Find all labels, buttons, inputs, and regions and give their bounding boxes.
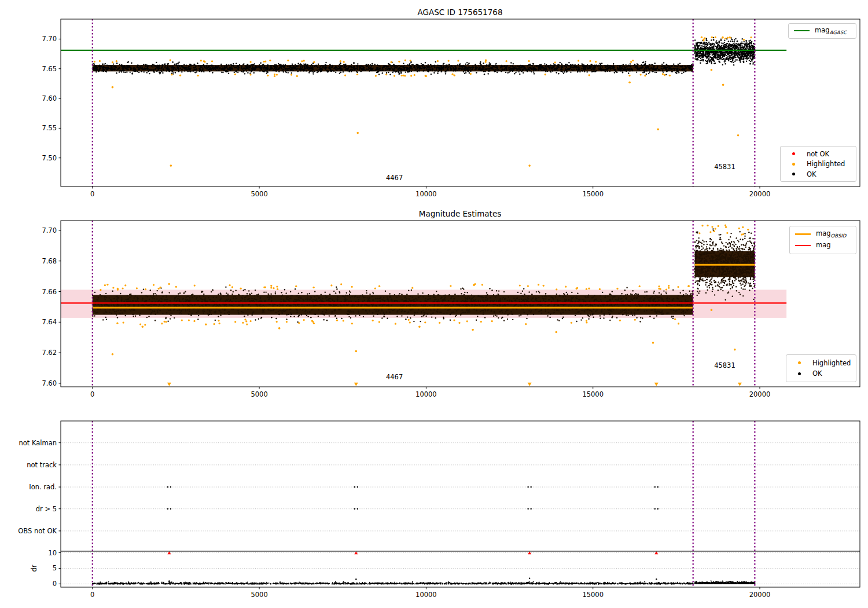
ok-marker-wrap-2 <box>792 372 807 375</box>
legend-item-mag-agasc: magAGASC <box>794 26 851 35</box>
plot3-gridlines <box>61 443 860 584</box>
y-tick-label: 7.68 <box>42 257 57 265</box>
x-tick-label: 10000 <box>415 591 437 599</box>
x-tick-label: 20000 <box>749 190 771 198</box>
legend-item-not-ok: not OK <box>786 150 851 158</box>
x-tick-label: 10000 <box>415 390 437 398</box>
flag-row-label: not Kalman <box>19 439 57 447</box>
mag-agasc-line-swatch <box>794 30 810 31</box>
legend-label-mag-agasc: magAGASC <box>815 26 847 35</box>
flag-event-points <box>167 486 659 582</box>
legend-label-highlighted: Highlighted <box>807 160 845 168</box>
legend-mag-lines: magOBSID mag <box>789 226 856 254</box>
dr-tick-label: 0 <box>53 580 57 588</box>
flag-row-label: not track <box>27 461 57 469</box>
flag-row-label: OBS not OK <box>18 527 57 535</box>
y-tick-label: 7.70 <box>42 226 57 235</box>
flag-row-label: Ion. rad. <box>29 483 57 491</box>
legend-item-ok-2: OK <box>792 369 851 378</box>
plot1: 050001000015000200007.507.557.607.657.70… <box>42 19 860 198</box>
x-tick-label: 0 <box>90 591 94 599</box>
not-ok-marker-icon <box>792 152 795 155</box>
plot1-highlighted-points <box>94 36 752 167</box>
x-tick-label: 15000 <box>582 190 604 198</box>
y-tick-label: 7.66 <box>42 288 57 296</box>
obsid-count-annotation: 4467 <box>386 373 403 381</box>
y-tick-label: 7.50 <box>42 154 57 162</box>
obsid-count-annotation: 4467 <box>386 174 403 182</box>
legend-status-top: not OK Highlighted OK <box>780 146 856 182</box>
x-tick-label: 15000 <box>582 390 604 398</box>
ok-marker-icon <box>792 173 795 175</box>
plot3-ok-points <box>92 580 755 584</box>
legend-mag-agasc: magAGASC <box>788 23 856 39</box>
legend-label-highlighted-2: Highlighted <box>812 359 851 367</box>
x-tick-label: 0 <box>90 190 94 198</box>
obsid-count-annotation: 45831 <box>714 163 735 171</box>
charts-canvas: 050001000015000200007.507.557.607.657.70… <box>0 0 868 608</box>
highlighted-marker-wrap <box>786 163 801 166</box>
highlighted-marker-icon <box>792 163 795 166</box>
y-tick-label: 7.60 <box>42 94 57 102</box>
obsid-count-annotation: 45831 <box>714 361 735 369</box>
legend-label-mag: mag <box>816 241 831 250</box>
legend-item-highlighted-2: Highlighted <box>792 359 851 367</box>
ok-marker-wrap <box>786 173 801 175</box>
plot3-axis-labels: 05000100001500020000not Kalmannot trackI… <box>18 439 770 599</box>
plot3-frame <box>61 421 860 587</box>
legend-label-ok: OK <box>807 170 816 178</box>
legend-label-mag-obsid: magOBSID <box>816 229 846 239</box>
legend-label-ok-2: OK <box>812 369 822 378</box>
not-ok-marker-wrap <box>786 152 801 155</box>
flag-row-label: dr > 5 <box>36 505 57 513</box>
y-tick-label: 7.70 <box>42 35 57 43</box>
x-tick-label: 20000 <box>749 591 771 599</box>
y-tick-label: 7.65 <box>42 65 57 73</box>
mag-obsid-line-swatch <box>795 233 811 235</box>
legend-status-middle: Highlighted OK <box>786 354 856 382</box>
x-tick-label: 20000 <box>749 390 771 398</box>
x-tick-label: 15000 <box>582 591 604 599</box>
dr-axis-label: dr <box>30 565 38 572</box>
legend-item-highlighted: Highlighted <box>786 160 851 168</box>
x-tick-label: 10000 <box>415 190 437 198</box>
legend-item-ok: OK <box>786 170 851 178</box>
y-tick-label: 7.62 <box>42 349 57 357</box>
plot2: 050001000015000200007.607.627.647.667.68… <box>42 221 860 398</box>
highlighted-marker-icon-2 <box>798 361 801 364</box>
plot2-title: Magnitude Estimates <box>419 209 501 218</box>
plot1-title: AGASC ID 175651768 <box>418 8 503 17</box>
y-tick-label: 7.60 <box>42 379 57 387</box>
ok-marker-icon-2 <box>798 372 801 375</box>
x-tick-label: 5000 <box>251 390 267 398</box>
mag-line-swatch <box>795 245 811 246</box>
figure-root: 050001000015000200007.507.557.607.657.70… <box>0 0 868 608</box>
y-tick-label: 7.55 <box>42 124 57 132</box>
dr-tick-label: 10 <box>48 549 57 557</box>
highlighted-marker-wrap-2 <box>792 361 807 364</box>
x-tick-label: 5000 <box>251 591 267 599</box>
x-tick-label: 5000 <box>251 190 267 198</box>
legend-item-mag-obsid: magOBSID <box>795 229 851 239</box>
x-tick-label: 0 <box>90 390 94 398</box>
legend-label-not-ok: not OK <box>807 150 829 158</box>
plot3: 05000100001500020000not Kalmannot trackI… <box>18 421 860 599</box>
dr-tick-label: 5 <box>53 564 57 572</box>
plot1-axis-labels: 050001000015000200007.507.557.607.657.70… <box>42 35 770 198</box>
legend-item-mag: mag <box>795 241 851 250</box>
y-tick-label: 7.64 <box>42 318 57 326</box>
